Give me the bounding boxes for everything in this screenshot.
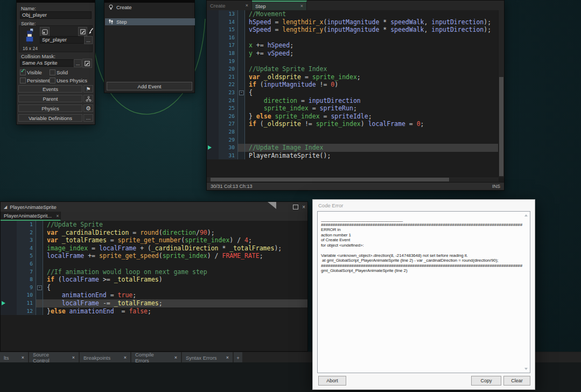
- line-number[interactable]: 10: [17, 291, 36, 299]
- breakpoint-margin[interactable]: [207, 144, 219, 152]
- code-line[interactable]: 17x += hSpeed;: [207, 41, 499, 50]
- line-number[interactable]: 20: [219, 65, 237, 73]
- vertical-scrollbar[interactable]: [498, 10, 504, 177]
- breakpoint-margin[interactable]: [207, 128, 219, 136]
- breakpoint-margin[interactable]: [207, 73, 219, 81]
- code-line[interactable]: 8if (localFrame >= _totalFrames): [1, 276, 307, 284]
- close-icon[interactable]: ×: [22, 355, 24, 360]
- code-line[interactable]: 30//Update Image Index: [207, 144, 499, 152]
- line-number[interactable]: 21: [219, 73, 237, 81]
- collision-edit-button[interactable]: [82, 59, 92, 68]
- breakpoint-margin[interactable]: [1, 284, 17, 292]
- breakpoint-margin[interactable]: [207, 136, 219, 144]
- collision-mask-select[interactable]: Same As Sprite: [20, 59, 76, 67]
- line-number[interactable]: 19: [219, 58, 237, 66]
- add-event-button[interactable]: Add Event: [107, 82, 192, 90]
- event-item-step[interactable]: Step: [105, 18, 195, 25]
- breakpoint-margin[interactable]: [1, 307, 17, 316]
- close-icon[interactable]: ×: [226, 355, 229, 360]
- breakpoint-margin[interactable]: [207, 65, 219, 73]
- close-icon[interactable]: ×: [72, 355, 75, 360]
- code-line[interactable]: 15vSpeed = lengthdir_y(inputMagnitude * …: [207, 26, 499, 34]
- step-code-area[interactable]: 13//Movement14hSpeed = lengthdir_x(input…: [207, 10, 499, 177]
- line-number[interactable]: 5: [17, 252, 36, 260]
- breakpoint-margin[interactable]: [207, 104, 219, 113]
- output-tab-lts[interactable]: lts×: [0, 352, 28, 363]
- code-line[interactable]: 3var _totalFrames = sprite_get_number(sp…: [1, 236, 307, 244]
- breakpoint-margin[interactable]: [207, 89, 219, 97]
- variable-definitions-button[interactable]: Variable Definitions: [18, 114, 82, 122]
- gear-icon[interactable]: ⚙: [83, 104, 93, 112]
- checkbox-uses-physics[interactable]: [50, 78, 55, 83]
- event-item-create[interactable]: Create: [105, 4, 195, 11]
- maximize-icon[interactable]: [293, 205, 298, 209]
- code-line[interactable]: 27if (_oldsprite != sprite_index) localF…: [207, 120, 499, 128]
- line-number[interactable]: 4: [17, 244, 36, 253]
- code-line[interactable]: 24 direction = inputDirection: [207, 97, 499, 105]
- object-editor-titlebar[interactable]: [16, 0, 95, 3]
- fold-marker-icon[interactable]: -: [239, 90, 244, 95]
- line-number[interactable]: 13: [219, 10, 237, 18]
- code-line[interactable]: 12}else animationEnd = false;: [1, 307, 307, 316]
- breakpoint-margin[interactable]: [207, 58, 219, 66]
- ellipsis-icon[interactable]: …: [83, 114, 93, 122]
- scroll-down-icon[interactable]: [524, 368, 528, 370]
- code-line[interactable]: 13//Movement: [207, 10, 499, 18]
- code-line[interactable]: 25 sprite_index = spriteRun;: [207, 104, 499, 113]
- checkbox-visible[interactable]: ✓: [20, 69, 26, 75]
- breakpoint-margin[interactable]: [1, 268, 17, 276]
- breakpoint-margin[interactable]: [1, 291, 17, 299]
- line-number[interactable]: 29: [219, 136, 237, 144]
- code-line[interactable]: 10 animationEnd = true;: [1, 291, 307, 299]
- code-line[interactable]: 19: [207, 58, 499, 66]
- line-number[interactable]: 24: [219, 97, 237, 105]
- checkbox-solid[interactable]: [50, 69, 55, 75]
- line-number[interactable]: 25: [219, 104, 237, 113]
- line-number[interactable]: 8: [17, 276, 36, 284]
- add-output-tab-button[interactable]: +: [234, 352, 242, 363]
- output-tab-breakpoints[interactable]: Breakpoints×: [80, 352, 130, 363]
- code-line[interactable]: 31PlayerAnimateSprite();: [207, 152, 499, 160]
- breakpoint-margin[interactable]: [1, 229, 17, 237]
- close-icon[interactable]: ×: [174, 355, 177, 360]
- code-line[interactable]: 14hSpeed = lengthdir_x(inputMagnitude * …: [207, 18, 499, 26]
- code-line[interactable]: 9-{: [1, 284, 307, 292]
- line-number[interactable]: 12: [17, 307, 36, 316]
- breakpoint-margin[interactable]: [1, 221, 17, 229]
- close-icon[interactable]: ×: [56, 213, 59, 219]
- line-number[interactable]: 27: [219, 120, 237, 128]
- breakpoint-margin[interactable]: [1, 236, 17, 244]
- line-number[interactable]: 7: [17, 268, 36, 276]
- line-number[interactable]: 28: [219, 128, 237, 136]
- breakpoint-margin[interactable]: [207, 10, 219, 18]
- error-message-box[interactable]: ___________________________________ ####…: [317, 211, 530, 373]
- line-number[interactable]: 23: [219, 89, 237, 97]
- close-icon[interactable]: ×: [246, 3, 248, 8]
- breakpoint-margin[interactable]: [1, 276, 17, 284]
- edit-sprite-button[interactable]: [78, 27, 87, 36]
- output-tab-syntax-errors[interactable]: Syntax Errors×: [182, 352, 233, 363]
- scrollbar-thumb[interactable]: [211, 178, 449, 181]
- close-icon[interactable]: ×: [300, 3, 303, 9]
- code-line[interactable]: 16: [207, 34, 499, 42]
- breakpoint-margin[interactable]: [1, 299, 17, 307]
- output-tab-compile-errors[interactable]: Compile Errors×: [131, 352, 181, 363]
- line-number[interactable]: 15: [219, 26, 237, 34]
- line-number[interactable]: 30: [219, 144, 237, 152]
- tab-create[interactable]: Create ×: [207, 1, 252, 10]
- breakpoint-margin[interactable]: [1, 244, 17, 253]
- line-number[interactable]: 26: [219, 113, 237, 121]
- close-icon[interactable]: ×: [302, 204, 305, 210]
- sprite-preview[interactable]: [24, 28, 36, 44]
- line-number[interactable]: 3: [17, 236, 36, 244]
- horizontal-scrollbar[interactable]: [207, 177, 499, 182]
- line-number[interactable]: 22: [219, 81, 237, 89]
- abort-button[interactable]: Abort: [318, 376, 346, 386]
- code-line[interactable]: 18y += vSpeed;: [207, 50, 499, 58]
- copy-button[interactable]: Copy: [471, 376, 501, 386]
- breakpoint-margin[interactable]: [1, 252, 17, 260]
- breakpoint-margin[interactable]: [207, 113, 219, 121]
- line-number[interactable]: 16: [219, 34, 237, 42]
- line-number[interactable]: 1: [17, 221, 36, 229]
- clear-button[interactable]: Clear: [503, 376, 530, 386]
